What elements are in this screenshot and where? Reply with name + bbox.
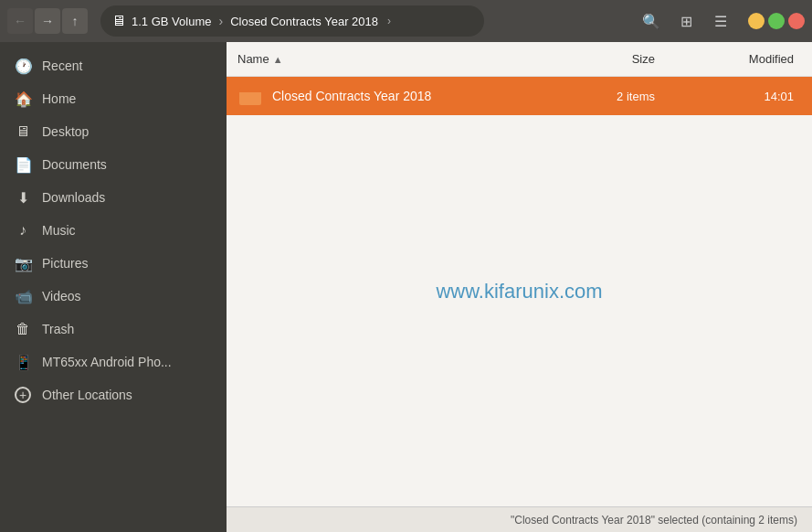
recent-icon: 🕐 [15, 58, 31, 75]
sidebar-label-other-locations: Other Locations [42, 388, 132, 402]
titlebar: ← → ↑ 🖥 1.1 GB Volume › Closed Contracts… [0, 0, 812, 42]
path-chevron: › [387, 15, 391, 27]
sidebar-label-trash: Trash [42, 322, 74, 336]
forward-button[interactable]: → [35, 8, 60, 34]
sidebar-label-downloads: Downloads [42, 190, 105, 205]
add-location-icon: + [15, 387, 31, 403]
watermark: www.kifarunix.com [436, 280, 602, 303]
column-size-label: Size [632, 52, 655, 66]
file-list: Closed Contracts Year 2018 2 items 14:01… [227, 77, 812, 506]
folder-icon [237, 85, 263, 107]
sidebar-item-documents[interactable]: 📄 Documents [0, 148, 227, 181]
minimize-button[interactable] [748, 13, 765, 29]
sidebar-label-android: MT65xx Android Pho... [42, 355, 172, 369]
search-button[interactable]: 🔍 [637, 6, 666, 36]
sidebar: 🕐 Recent 🏠 Home 🖥 Desktop 📄 Documents ⬇ … [0, 42, 227, 532]
view-toggle-button[interactable]: ⊞ [671, 6, 701, 36]
location-bar[interactable]: 🖥 1.1 GB Volume › Closed Contracts Year … [100, 5, 484, 37]
sidebar-label-home: Home [42, 91, 76, 106]
pictures-icon: 📷 [15, 255, 31, 272]
sidebar-item-videos[interactable]: 📹 Videos [0, 280, 227, 313]
file-area: Name ▲ Size Modified Closed Contracts Ye… [227, 42, 812, 532]
file-icon-area: Closed Contracts Year 2018 [237, 85, 600, 107]
column-modified-label: Modified [749, 52, 794, 66]
up-button[interactable]: ↑ [62, 8, 88, 34]
sidebar-label-pictures: Pictures [42, 256, 89, 271]
sidebar-item-other-locations[interactable]: + Other Locations [0, 378, 227, 411]
volume-icon: 🖥 [111, 13, 126, 29]
sidebar-item-home[interactable]: 🏠 Home [0, 82, 227, 115]
toolbar-right: 🔍 ⊞ ☰ [637, 6, 805, 36]
downloads-icon: ⬇ [15, 189, 31, 207]
sidebar-item-music[interactable]: ♪ Music [0, 214, 227, 247]
android-icon: 📱 [15, 354, 31, 371]
music-icon: ♪ [15, 222, 31, 239]
current-folder-label: Closed Contracts Year 2018 [230, 15, 378, 28]
path-separator: › [218, 14, 223, 28]
volume-label: 1.1 GB Volume [132, 15, 211, 28]
close-button[interactable] [788, 13, 805, 29]
sidebar-item-desktop[interactable]: 🖥 Desktop [0, 115, 227, 148]
statusbar: "Closed Contracts Year 2018" selected (c… [227, 506, 812, 532]
maximize-button[interactable] [768, 13, 785, 29]
trash-icon: 🗑 [15, 321, 31, 337]
home-icon: 🏠 [15, 90, 31, 108]
videos-icon: 📹 [15, 288, 31, 305]
sidebar-item-android[interactable]: 📱 MT65xx Android Pho... [0, 346, 227, 378]
documents-icon: 📄 [15, 156, 31, 174]
statusbar-text: "Closed Contracts Year 2018" selected (c… [511, 514, 797, 527]
column-size[interactable]: Size [600, 52, 691, 66]
menu-button[interactable]: ☰ [706, 6, 735, 36]
sidebar-label-documents: Documents [42, 157, 107, 172]
nav-buttons: ← → ↑ [7, 8, 88, 34]
desktop-icon: 🖥 [15, 123, 31, 140]
sidebar-label-music: Music [42, 223, 76, 238]
sidebar-label-videos: Videos [42, 289, 81, 303]
sidebar-label-desktop: Desktop [42, 124, 89, 139]
sidebar-item-pictures[interactable]: 📷 Pictures [0, 247, 227, 280]
sidebar-label-recent: Recent [42, 59, 82, 73]
sort-arrow-icon: ▲ [273, 54, 283, 65]
column-headers: Name ▲ Size Modified [227, 42, 812, 77]
sidebar-item-recent[interactable]: 🕐 Recent [0, 49, 227, 82]
main-area: 🕐 Recent 🏠 Home 🖥 Desktop 📄 Documents ⬇ … [0, 42, 812, 532]
file-modified: 14:01 [691, 90, 801, 103]
back-button[interactable]: ← [7, 8, 33, 34]
column-name[interactable]: Name ▲ [237, 52, 600, 66]
table-row[interactable]: Closed Contracts Year 2018 2 items 14:01 [227, 77, 812, 115]
sidebar-item-trash[interactable]: 🗑 Trash [0, 313, 227, 346]
window-controls [748, 13, 805, 29]
file-name: Closed Contracts Year 2018 [272, 89, 431, 103]
column-name-label: Name [237, 52, 269, 66]
column-modified[interactable]: Modified [691, 52, 801, 66]
sidebar-item-downloads[interactable]: ⬇ Downloads [0, 181, 227, 214]
file-size: 2 items [600, 90, 691, 103]
